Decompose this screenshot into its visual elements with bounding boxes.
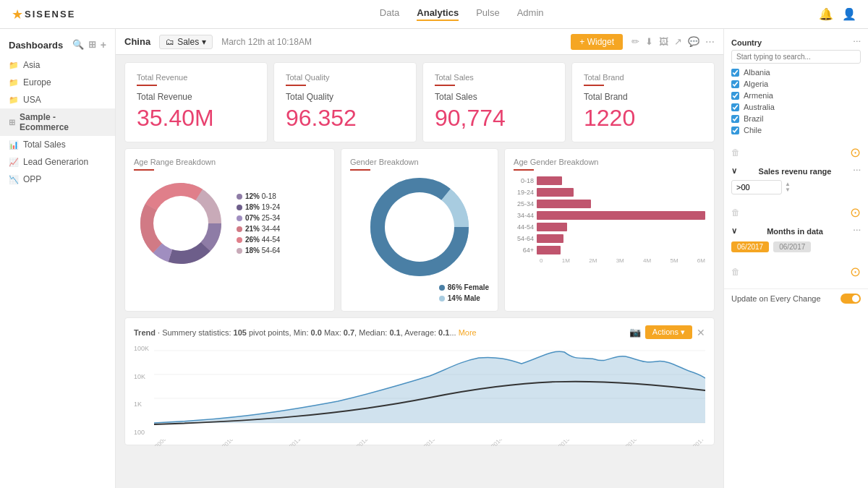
bar-track [537, 246, 705, 254]
x-label: 2009 [154, 440, 167, 446]
share-icon[interactable]: ↗ [674, 36, 682, 47]
country-label: Chile [744, 126, 762, 134]
nav-icons: 🔔 👤 [819, 7, 856, 21]
legend-item: 18% 19-24 [237, 203, 280, 211]
add-dashboard-icon[interactable]: ⊞ [88, 39, 96, 51]
albania-checkbox[interactable] [731, 69, 739, 77]
country-label: Algeria [744, 80, 768, 88]
more-icon[interactable]: ⋯ [705, 36, 715, 47]
y-label: 1K [134, 401, 149, 408]
notification-icon[interactable]: 🔔 [819, 7, 833, 21]
folder-badge[interactable]: 🗂 Sales ▾ [159, 35, 213, 49]
legend-dot [237, 237, 242, 243]
kpi-row: Total Revenue Total Revenue 35.40M Total… [124, 62, 715, 142]
chile-checkbox[interactable] [731, 127, 739, 134]
bar-fill [537, 188, 574, 197]
trash-icon[interactable]: 🗑 [731, 147, 740, 158]
folder-icon: 📁 [9, 95, 19, 105]
sales-revenue-input[interactable] [731, 180, 782, 194]
logo-star-icon: ★ [12, 7, 23, 22]
update-toggle[interactable] [841, 294, 861, 304]
filter-header-months[interactable]: ∨ Months in data ⋯ [724, 223, 868, 239]
plus-icon[interactable]: + [101, 39, 106, 51]
bar-row: 25-34 [514, 200, 705, 208]
bar-row: 54-64 [514, 234, 705, 243]
tab-admin[interactable]: Admin [517, 7, 544, 21]
folder-icon: 🗂 [166, 37, 174, 47]
country-search-input[interactable] [731, 50, 861, 64]
sidebar-item-lead-generation[interactable]: 📈 Lead Generarion [0, 153, 115, 171]
age-donut-chart [134, 176, 228, 270]
kpi-value: 35.40M [137, 105, 255, 132]
sidebar-item-usa[interactable]: 📁 USA [0, 91, 115, 108]
filter-more-icon[interactable]: ⋯ [853, 166, 861, 176]
legend-item: 21% 34-44 [237, 225, 280, 233]
kpi-title: Total Quality [286, 92, 404, 102]
sidebar-item-opp[interactable]: 📉 OPP [0, 171, 115, 188]
chevron-icon: ∨ [731, 166, 737, 176]
tab-data[interactable]: Data [380, 7, 399, 21]
image-icon[interactable]: 🖼 [659, 36, 668, 47]
gender-donut-chart [369, 176, 470, 278]
axis-label: 0 [540, 257, 542, 264]
dashboard-toolbar: China 🗂 Sales ▾ March 12th at 10:18AM + … [116, 29, 723, 55]
actions-button[interactable]: Actions ▾ [645, 325, 692, 339]
arrow-down-icon[interactable]: ▼ [785, 187, 791, 193]
trend-summary: · Summery statistics: 105 pivot points, … [158, 328, 456, 337]
legend-label: 14% Male [448, 294, 480, 302]
toggle-icon[interactable]: ⊙ [850, 205, 861, 221]
trash-icon[interactable]: 🗑 [731, 207, 740, 218]
bar-row: 34-44 [514, 211, 705, 220]
camera-icon[interactable]: 📷 [629, 327, 641, 338]
folder-icon: 📁 [9, 78, 19, 87]
sidebar-item-label: OPP [23, 174, 41, 184]
download-icon[interactable]: ⬇ [645, 36, 653, 47]
filter-header-sales[interactable]: ∨ Sales revenu range ⋯ [724, 163, 868, 179]
range-arrows: ▲ ▼ [785, 181, 791, 193]
kpi-title: Total Revenue [137, 92, 255, 102]
search-icon[interactable]: 🔍 [72, 39, 84, 51]
australia-checkbox[interactable] [731, 103, 739, 111]
trash-icon[interactable]: 🗑 [731, 267, 740, 277]
sidebar-item-europe[interactable]: 📁 Europe [0, 74, 115, 91]
filter-more-icon[interactable]: ⋯ [853, 226, 861, 236]
legend-label: 07% 25-34 [245, 214, 280, 222]
legend-label: 12% 0-18 [245, 192, 276, 200]
add-widget-button[interactable]: + Widget [571, 34, 623, 50]
armenia-checkbox[interactable] [731, 92, 739, 100]
algeria-checkbox[interactable] [731, 80, 739, 88]
sales-filter-divider: 🗑 ⊙ [724, 202, 868, 223]
sidebar-item-sample-ecommerce[interactable]: ⊞ Sample - Ecommerce [0, 108, 115, 136]
filter-check-australia: Australia [724, 101, 868, 113]
close-icon[interactable]: ✕ [697, 327, 705, 338]
toggle-icon[interactable]: ⊙ [850, 145, 861, 160]
tab-pulse[interactable]: Pulse [476, 7, 500, 21]
country-label: Armenia [744, 91, 773, 100]
toggle-icon[interactable]: ⊙ [850, 264, 861, 280]
x-label: 2011 [288, 440, 302, 446]
sidebar-item-asia[interactable]: 📁 Asia [0, 56, 115, 74]
brazil-checkbox[interactable] [731, 115, 739, 123]
y-label: 10K [134, 373, 149, 380]
trend-info: Trend · Summery statistics: 105 pivot po… [134, 328, 477, 337]
filter-more-icon[interactable]: ⋯ [853, 38, 861, 47]
month-to-tag[interactable]: 06/2017 [773, 241, 811, 252]
tab-analytics[interactable]: Analytics [417, 7, 459, 21]
filter-label: Country [731, 38, 762, 47]
right-panel: Country ⋯ Albania Algeria Armenia Austra… [723, 29, 868, 488]
filter-header-country[interactable]: Country ⋯ [724, 35, 868, 50]
dashboard-icon: ⊞ [9, 118, 15, 127]
sidebar-item-total-sales[interactable]: 📊 Total Sales [0, 136, 115, 153]
bar-label: 34-44 [514, 212, 537, 219]
folder-label: Sales [177, 37, 199, 47]
more-link[interactable]: More [459, 328, 477, 337]
comment-icon[interactable]: 💬 [688, 36, 699, 47]
country-filter-divider: 🗑 ⊙ [724, 142, 868, 163]
y-axis: 100K 10K 1K 100 [134, 343, 149, 437]
bar-track [537, 176, 705, 185]
chart-title: Age Gender Breakdown [514, 158, 705, 166]
bar-fill [537, 211, 705, 220]
month-from-tag[interactable]: 06/2017 [731, 241, 769, 252]
user-icon[interactable]: 👤 [842, 7, 856, 21]
edit-icon[interactable]: ✏ [631, 36, 639, 47]
